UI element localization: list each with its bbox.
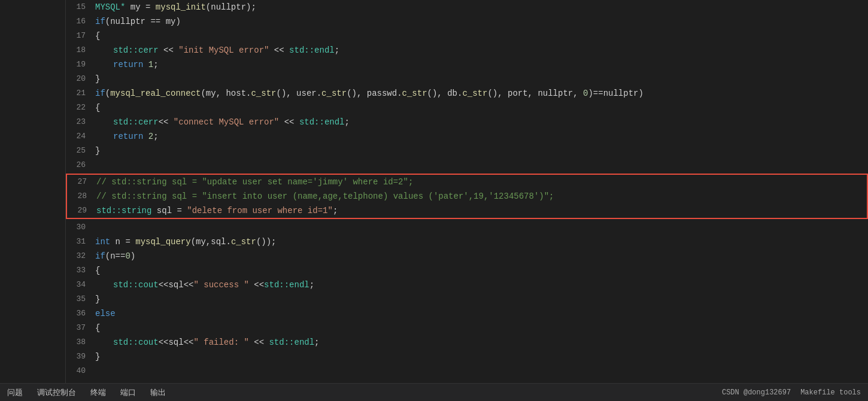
token: )==nullptr) [588, 89, 643, 98]
bottom-right: CSDN @dong132697 Makefile tools [722, 388, 861, 397]
line-row: 21if(mysql_real_connect(my, host.c_str()… [66, 86, 868, 101]
line-number: 20 [66, 72, 93, 86]
token: n = [110, 237, 135, 247]
token: std::endl [289, 45, 335, 55]
token: ; [153, 132, 158, 141]
line-row: 23std::cerr<< "connect MySQL error" << s… [66, 115, 868, 129]
line-content: std::cerr << "init MySQL error" << std::… [111, 43, 868, 57]
token: ; [333, 206, 338, 215]
line-row: 35} [66, 292, 868, 306]
token: " success " [193, 280, 248, 290]
line-number: 15 [66, 0, 93, 14]
token: c_str [231, 237, 256, 247]
csdn-watermark: CSDN @dong132697 [722, 388, 791, 397]
line-number: 32 [66, 249, 93, 263]
line-content: { [93, 29, 868, 43]
token: ; [314, 338, 319, 347]
token: << [159, 45, 179, 55]
line-number: 21 [66, 86, 93, 101]
token: { [95, 266, 100, 275]
line-number: 19 [66, 57, 93, 72]
line-row: 18std::cerr << "init MySQL error" << std… [66, 43, 868, 57]
token: (n== [105, 251, 126, 261]
line-row: 24return 2; [66, 129, 868, 144]
line-row: 40 [66, 364, 868, 378]
token: // std::string sql = "update user set na… [96, 177, 413, 187]
line-row: 25} [66, 144, 868, 158]
editor-area: 15MYSQL* my = mysql_init(nullptr);16if(n… [0, 0, 868, 383]
left-sidebar [0, 0, 66, 383]
token: "delete from user where id=1" [187, 206, 333, 215]
line-row: 16if(nullptr == my) [66, 14, 868, 29]
line-row: 29std::string sql = "delete from user wh… [67, 203, 867, 218]
token: << [269, 45, 289, 55]
token: ; [335, 45, 339, 55]
line-number: 17 [66, 29, 93, 43]
line-content: else [93, 306, 868, 321]
token: std::endl [269, 338, 314, 347]
line-content: if(mysql_real_connect(my, host.c_str(), … [93, 86, 868, 101]
line-row: 28// std::string sql = "insert into user… [67, 189, 867, 203]
bottom-debug-console[interactable]: 调试控制台 [37, 387, 76, 398]
token: sql = [151, 206, 187, 215]
line-row: 15MYSQL* my = mysql_init(nullptr); [66, 0, 868, 14]
line-row: 34std::cout<<sql<<" success " <<std::end… [66, 278, 868, 292]
line-number: 26 [66, 158, 93, 172]
bottom-problems[interactable]: 问题 [7, 387, 23, 398]
line-content: if(nullptr == my) [93, 14, 868, 29]
token: std::cout [113, 280, 159, 290]
line-content: if(n==0) [93, 249, 868, 263]
token: ; [309, 280, 314, 290]
token: my = [125, 2, 155, 12]
line-content: } [93, 292, 868, 306]
token: else [95, 309, 116, 318]
token: } [95, 146, 100, 156]
token: << [279, 117, 299, 127]
line-row: 30 [66, 220, 868, 235]
token: std::string [96, 206, 151, 215]
line-row: 37{ [66, 321, 868, 335]
bottom-output[interactable]: 输出 [150, 387, 166, 398]
line-content: return 2; [111, 129, 868, 144]
token: (my,sql. [191, 237, 231, 247]
line-content: // std::string sql = "insert into user (… [94, 189, 867, 203]
code-container[interactable]: 15MYSQL* my = mysql_init(nullptr);16if(n… [66, 0, 868, 383]
line-number: 24 [66, 129, 93, 144]
line-content: int n = mysql_query(my,sql.c_str()); [93, 235, 868, 249]
token: ()); [256, 237, 277, 247]
token: return [113, 132, 143, 141]
token: if [95, 17, 105, 26]
token [143, 60, 148, 69]
bottom-ports[interactable]: 端口 [120, 387, 136, 398]
token: } [95, 352, 100, 361]
token: MYSQL* [95, 2, 125, 12]
line-number: 30 [66, 220, 93, 235]
token: c_str [402, 89, 427, 98]
bottom-terminal[interactable]: 终端 [90, 387, 106, 398]
token: <<sql<< [159, 280, 194, 290]
makefile-tools: Makefile tools [800, 388, 861, 397]
line-row: 32if(n==0) [66, 249, 868, 263]
token: (), user. [276, 89, 321, 98]
line-row: 27// std::string sql = "update user set … [67, 175, 867, 189]
token: } [95, 294, 100, 304]
line-number: 16 [66, 14, 93, 29]
token: ; [153, 60, 158, 69]
line-number: 38 [66, 335, 93, 350]
token: std::endl [264, 280, 309, 290]
token: << [159, 117, 174, 127]
token: (nullptr); [206, 2, 256, 12]
token: (), db. [427, 89, 463, 98]
token: "init MySQL error" [178, 45, 269, 55]
line-number: 18 [66, 43, 93, 57]
token: { [95, 31, 100, 41]
line-number: 22 [66, 101, 93, 115]
token: ) [130, 251, 135, 261]
token: 0 [125, 251, 130, 261]
line-row: 17{ [66, 29, 868, 43]
line-content: std::cout<<sql<<" success " <<std::endl; [111, 278, 868, 292]
line-number: 34 [66, 278, 93, 292]
line-row: 22{ [66, 101, 868, 115]
token: (nullptr == my) [105, 17, 181, 26]
token: 1 [148, 60, 153, 69]
